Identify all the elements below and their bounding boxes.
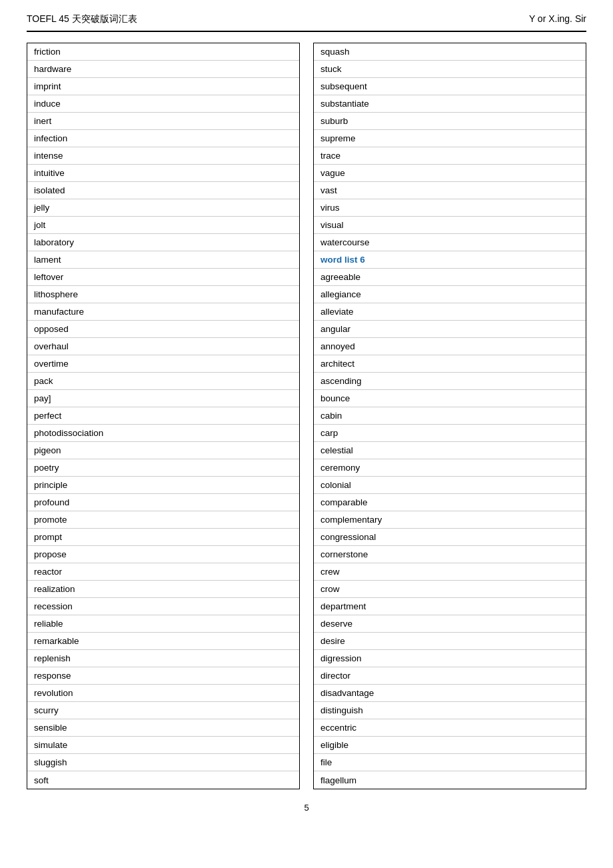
list-item: simulate <box>27 737 299 754</box>
list-item: profound <box>27 494 299 511</box>
list-item: ceremony <box>314 459 586 477</box>
list-item: alleviate <box>314 303 586 321</box>
list-item: sluggish <box>27 754 299 771</box>
list-item: pack <box>27 373 299 390</box>
list-item: reactor <box>27 563 299 581</box>
list-item: supreme <box>314 130 586 147</box>
list-item: comparable <box>314 494 586 511</box>
list-item: soft <box>27 771 299 789</box>
list-item: lament <box>27 251 299 269</box>
list-item: manufacture <box>27 303 299 321</box>
list-item: recession <box>27 598 299 615</box>
list-item: cabin <box>314 407 586 425</box>
list-item: isolated <box>27 182 299 199</box>
header-left: TOEFL 45 天突破版词汇表 <box>27 13 137 25</box>
list-item: revolution <box>27 685 299 702</box>
list-item: suburb <box>314 113 586 130</box>
list-item: jolt <box>27 217 299 234</box>
list-item: architect <box>314 355 586 373</box>
right-column: squashstucksubsequentsubstantiatesuburbs… <box>313 43 586 789</box>
list-item: friction <box>27 43 299 61</box>
list-item: response <box>27 667 299 685</box>
list-item: flagellum <box>314 771 586 789</box>
list-item: opposed <box>27 321 299 338</box>
list-item: disadvantage <box>314 685 586 702</box>
list-item: inert <box>27 113 299 130</box>
list-item: word list 6 <box>314 251 586 269</box>
list-item: overtime <box>27 355 299 373</box>
list-item: prompt <box>27 529 299 546</box>
list-item: sensible <box>27 719 299 737</box>
list-item: leftover <box>27 269 299 286</box>
list-item: poetry <box>27 459 299 477</box>
list-item: bounce <box>314 390 586 407</box>
list-item: crow <box>314 581 586 598</box>
list-item: file <box>314 754 586 771</box>
list-item: trace <box>314 147 586 165</box>
list-item: pay] <box>27 390 299 407</box>
list-item: ascending <box>314 373 586 390</box>
list-item: allegiance <box>314 286 586 303</box>
list-item: crew <box>314 563 586 581</box>
list-item: photodissociation <box>27 425 299 442</box>
list-item: director <box>314 667 586 685</box>
list-item: congressional <box>314 529 586 546</box>
page-number: 5 <box>27 803 586 813</box>
list-item: reliable <box>27 615 299 633</box>
list-item: jelly <box>27 199 299 217</box>
list-item: overhaul <box>27 338 299 355</box>
list-item: virus <box>314 199 586 217</box>
list-item: promote <box>27 511 299 529</box>
list-item: squash <box>314 43 586 61</box>
page-header: TOEFL 45 天突破版词汇表 Y or X.ing. Sir <box>27 13 586 32</box>
list-item: annoyed <box>314 338 586 355</box>
list-item: eligible <box>314 737 586 754</box>
list-item: agreeable <box>314 269 586 286</box>
list-item: visual <box>314 217 586 234</box>
list-item: intuitive <box>27 165 299 182</box>
list-item: eccentric <box>314 719 586 737</box>
left-column: frictionhardwareimprintinduceinertinfect… <box>27 43 300 789</box>
list-item: vast <box>314 182 586 199</box>
list-item: pigeon <box>27 442 299 459</box>
list-item: imprint <box>27 78 299 95</box>
list-item: principle <box>27 477 299 494</box>
list-item: department <box>314 598 586 615</box>
list-item: cornerstone <box>314 546 586 563</box>
list-item: deserve <box>314 615 586 633</box>
list-item: digression <box>314 650 586 667</box>
list-item: subsequent <box>314 78 586 95</box>
list-item: angular <box>314 321 586 338</box>
list-item: celestial <box>314 442 586 459</box>
list-item: infection <box>27 130 299 147</box>
list-item: hardware <box>27 61 299 78</box>
list-item: stuck <box>314 61 586 78</box>
list-item: vague <box>314 165 586 182</box>
list-item: distinguish <box>314 702 586 719</box>
header-right: Y or X.ing. Sir <box>529 13 586 24</box>
list-item: perfect <box>27 407 299 425</box>
list-item: replenish <box>27 650 299 667</box>
list-item: scurry <box>27 702 299 719</box>
list-item: remarkable <box>27 633 299 650</box>
columns-container: frictionhardwareimprintinduceinertinfect… <box>27 43 586 789</box>
list-item: induce <box>27 95 299 113</box>
list-item: lithosphere <box>27 286 299 303</box>
list-item: propose <box>27 546 299 563</box>
list-item: desire <box>314 633 586 650</box>
list-item: carp <box>314 425 586 442</box>
list-item: watercourse <box>314 234 586 251</box>
list-item: colonial <box>314 477 586 494</box>
list-item: complementary <box>314 511 586 529</box>
list-item: realization <box>27 581 299 598</box>
list-item: laboratory <box>27 234 299 251</box>
list-item: intense <box>27 147 299 165</box>
list-item: substantiate <box>314 95 586 113</box>
